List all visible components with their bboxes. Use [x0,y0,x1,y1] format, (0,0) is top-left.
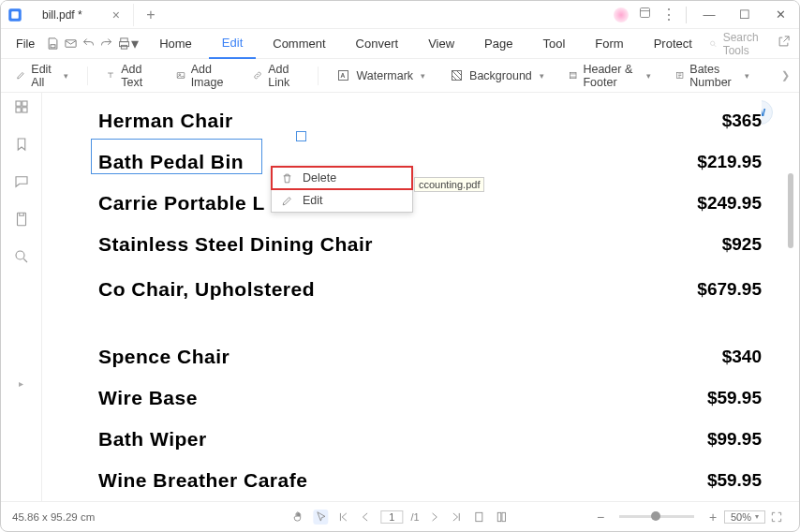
item-name: Carrie Portable L [98,192,265,214]
select-tool-icon[interactable] [313,510,328,525]
svg-rect-2 [641,8,650,18]
svg-rect-19 [17,213,25,226]
print-icon[interactable]: ▾ [117,33,139,55]
vertical-scrollbar[interactable] [788,173,793,248]
search-icon [709,37,718,51]
maximize-button[interactable]: ☐ [732,2,758,28]
item-name: Co Chair, Upholstered [98,278,315,301]
svg-rect-17 [16,108,21,112]
svg-rect-5 [121,38,128,42]
trash-icon [281,172,293,185]
overflow-icon[interactable]: ❯ [781,69,790,81]
svg-rect-13 [570,72,575,78]
document-tab[interactable]: bill.pdf * × [29,4,134,26]
fit-width-icon[interactable] [495,510,510,525]
item-price: $925 [722,234,762,255]
tab-protect[interactable]: Protect [641,29,705,59]
background-button[interactable]: Background▾ [444,68,550,82]
zoom-out-icon[interactable]: − [593,510,608,525]
save-icon[interactable] [46,33,60,55]
zoom-slider[interactable] [619,515,694,518]
svg-rect-9 [177,73,185,79]
tooltip: ccounting.pdf [414,177,484,192]
pencil-icon [281,195,293,207]
file-menu[interactable]: File [8,37,42,51]
item-price: $219.95 [697,152,762,172]
prev-page-icon[interactable] [358,510,373,525]
share-icon[interactable] [777,35,791,52]
document-area[interactable]: W Herman Chair$365 Bath Pedal Bin$219.95… [42,93,799,501]
expand-sidebar-icon[interactable]: ▸ [19,378,23,389]
kebab-menu-icon[interactable]: ⋮ [661,6,676,23]
svg-point-8 [710,41,714,45]
add-text-button[interactable]: Add Text [100,63,156,89]
svg-rect-4 [66,40,76,48]
tab-view[interactable]: View [415,29,467,59]
edit-toolbar: Edit All▾ Add Text Add Image Add Link Wa… [1,59,799,93]
tab-convert[interactable]: Convert [343,29,412,59]
tab-home[interactable]: Home [146,29,205,59]
header-footer-button[interactable]: Header & Footer▾ [563,63,657,89]
bookmark-icon[interactable] [13,136,30,153]
close-tab-icon[interactable]: × [112,7,120,22]
close-window-button[interactable]: ✕ [767,2,793,28]
search-tools[interactable]: Search Tools [709,31,763,57]
zoom-thumb[interactable] [651,511,660,521]
tab-edit[interactable]: Edit [209,29,256,59]
thumbnails-icon[interactable] [13,98,30,115]
edit-all-button[interactable]: Edit All▾ [10,63,74,89]
zoom-in-icon[interactable]: + [705,510,720,525]
svg-rect-18 [22,108,26,112]
tab-page[interactable]: Page [471,29,526,59]
notification-icon[interactable] [638,6,652,23]
hand-tool-icon[interactable] [290,510,305,525]
fit-page-icon[interactable] [472,510,487,525]
item-price: $99.95 [707,429,762,450]
item-price: $679.95 [697,279,762,300]
first-page-icon[interactable] [335,510,350,525]
account-icon[interactable] [614,7,629,22]
item-name: Bath Wiper [98,428,207,451]
attachment-icon[interactable] [13,211,30,228]
comment-panel-icon[interactable] [13,173,30,190]
dimensions-readout: 45.86 x 95.29 cm [12,511,95,523]
undo-icon[interactable] [81,33,96,55]
svg-rect-1 [11,11,19,19]
add-link-button[interactable]: Add Link [247,63,304,89]
svg-rect-21 [476,512,482,521]
zoom-value[interactable]: 50%▾ [724,510,765,524]
page-number-input[interactable]: 1 [380,510,403,524]
new-tab-button[interactable]: + [140,7,162,23]
tab-form[interactable]: Form [582,29,636,59]
left-sidebar: ▸ [1,93,42,501]
item-price: $365 [722,111,762,131]
item-price: $340 [722,347,762,367]
svg-rect-3 [51,45,55,48]
selection-box[interactable] [91,139,262,174]
item-name: Stainless Steel Dining Chair [98,233,373,256]
context-menu: Delete Edit [271,166,413,213]
statusbar: 45.86 x 95.29 cm 1 /1 − + 50%▾ [1,501,799,531]
search-placeholder: Search Tools [723,31,763,57]
item-name: Herman Chair [98,110,233,132]
context-edit[interactable]: Edit [272,189,412,212]
mail-icon[interactable] [64,33,78,55]
tab-tool[interactable]: Tool [529,29,578,59]
bates-number-button[interactable]: Bates Number▾ [670,63,755,89]
add-image-button[interactable]: Add Image [170,63,235,89]
item-name: Wire Base [98,387,198,409]
app-icon[interactable] [1,1,29,29]
next-page-icon[interactable] [427,510,442,525]
tab-comment[interactable]: Comment [259,29,338,59]
item-name: Wine Breather Carafe [98,469,307,492]
minimize-button[interactable]: — [696,2,722,28]
context-delete[interactable]: Delete [272,167,412,189]
search-panel-icon[interactable] [13,248,30,265]
fullscreen-icon[interactable] [769,510,784,525]
redo-icon[interactable] [99,33,113,55]
last-page-icon[interactable] [450,510,465,525]
item-price: $59.95 [707,470,762,491]
selection-handle[interactable] [296,131,306,141]
svg-rect-7 [122,45,127,49]
watermark-button[interactable]: Watermark▾ [331,68,431,82]
